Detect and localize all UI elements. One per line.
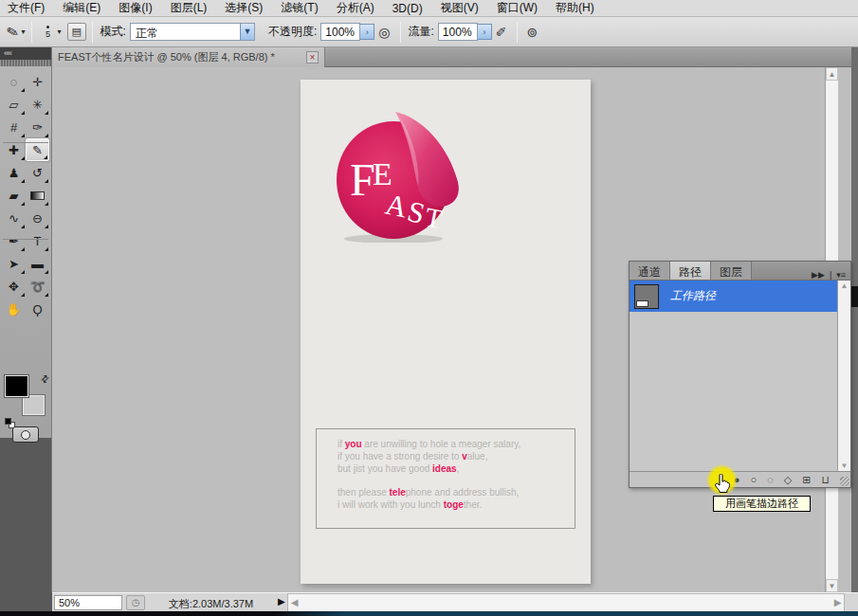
hand-tool[interactable]: ✋ bbox=[2, 298, 26, 320]
scroll-left-icon[interactable]: ◀ bbox=[288, 594, 301, 611]
dock-edge-strip bbox=[851, 47, 858, 611]
history-brush-tool[interactable]: ↺ bbox=[26, 161, 49, 184]
color-swatches: ⇄ bbox=[5, 375, 48, 423]
business-card-document[interactable]: FEAST if you are unwilling to hole a mea… bbox=[301, 80, 591, 584]
move-tool[interactable]: ✛ bbox=[26, 70, 49, 93]
scroll-up-icon[interactable]: ▲ bbox=[826, 67, 838, 81]
work-path-row[interactable]: 工作路径 bbox=[630, 281, 839, 312]
3d-rotate-tool[interactable]: ✥ bbox=[2, 275, 26, 298]
path-thumbnail[interactable] bbox=[634, 284, 659, 309]
smudge-tool[interactable]: ∿ bbox=[2, 207, 26, 229]
tablet-pressure-opacity-icon[interactable]: ◎ bbox=[374, 25, 393, 40]
flow-field[interactable]: 100% bbox=[438, 23, 478, 41]
make-work-path-button[interactable]: ◇ bbox=[784, 475, 792, 485]
pen-tool[interactable]: ✒ bbox=[2, 229, 26, 252]
card-text-line: if you have a strong desire to value, bbox=[338, 450, 575, 462]
opacity-slider-button[interactable]: › bbox=[360, 24, 374, 40]
menu-item-7[interactable]: 3D(D) bbox=[392, 2, 423, 15]
eyedropper-tool[interactable]: ✑ bbox=[26, 116, 49, 138]
toggle-brushes-panel-button[interactable]: ▤ bbox=[67, 23, 86, 41]
status-menu-arrow-icon[interactable]: ▶ bbox=[278, 596, 285, 607]
airbrush-pen-icon[interactable]: ✐ bbox=[492, 25, 511, 40]
brush-size-value: 5 bbox=[46, 30, 50, 39]
menu-item-3[interactable]: 图层(L) bbox=[171, 0, 208, 16]
chevron-down-icon[interactable]: ▼ bbox=[240, 24, 254, 40]
flow-label: 流量: bbox=[409, 24, 434, 40]
opacity-field[interactable]: 100% bbox=[320, 23, 360, 41]
menu-bar: 文件(F)编辑(E)图像(I)图层(L)选择(S)滤镜(T)分析(A)3D(D)… bbox=[0, 0, 858, 17]
paths-list: 工作路径 ▲ ▼ bbox=[630, 280, 850, 472]
path-selection-tool[interactable]: ➤ bbox=[2, 252, 26, 275]
background-color-swatch[interactable] bbox=[22, 394, 46, 416]
zoom-tool[interactable]: Ϙ bbox=[26, 298, 49, 320]
close-icon[interactable]: × bbox=[306, 51, 319, 63]
menu-item-10[interactable]: 帮助(H) bbox=[556, 0, 594, 16]
tool-dock: «« ◌✛▱✳#✑✚✎♟↺▰∿⊖✒T➤▬✥➰✋Ϙ ⇄ bbox=[0, 47, 52, 616]
resize-grip[interactable] bbox=[840, 477, 849, 486]
flow-slider-button[interactable]: › bbox=[478, 24, 492, 40]
clone-stamp-tool[interactable]: ♟ bbox=[2, 161, 26, 184]
dodge-tool[interactable]: ⊖ bbox=[26, 207, 49, 229]
panel-scrollbar[interactable]: ▲ ▼ bbox=[837, 281, 850, 473]
scroll-right-icon[interactable]: ▶ bbox=[831, 594, 844, 611]
menu-item-9[interactable]: 窗口(W) bbox=[497, 0, 538, 16]
document-tab-bar: FEAST个性名片设计 @ 50% (图层 4, RGB/8) * × bbox=[52, 47, 851, 67]
paths-panel: 通道路径图层▶▶|▾≡ 工作路径 ▲ ▼ ●○◌◇⊞⊔ bbox=[629, 261, 851, 488]
blend-mode-select[interactable]: 正常 ▼ bbox=[130, 23, 255, 41]
rectangle-tool[interactable]: ▬ bbox=[26, 252, 49, 275]
type-tool[interactable]: T bbox=[26, 229, 49, 252]
panel-tab-图层[interactable]: 图层 bbox=[711, 262, 752, 280]
divider bbox=[3, 239, 48, 240]
menu-item-0[interactable]: 文件(F) bbox=[8, 0, 45, 16]
gradient-tool[interactable] bbox=[26, 184, 49, 207]
menu-item-8[interactable]: 视图(V) bbox=[441, 0, 479, 16]
scroll-up-icon[interactable]: ▲ bbox=[838, 281, 850, 293]
load-path-as-selection-button[interactable]: ◌ bbox=[767, 475, 774, 485]
panel-menu-icon[interactable]: ▾≡ bbox=[836, 270, 846, 280]
elliptical-marquee-tool[interactable]: ◌ bbox=[2, 70, 26, 93]
menu-item-1[interactable]: 编辑(E) bbox=[63, 0, 100, 16]
dock-fill bbox=[0, 592, 52, 611]
3d-orbit-tool[interactable]: ➰ bbox=[26, 275, 49, 298]
opacity-value: 100% bbox=[321, 24, 359, 40]
collapse-panel-icon[interactable]: «« bbox=[0, 47, 51, 60]
panel-tab-通道[interactable]: 通道 bbox=[630, 262, 670, 280]
quick-selection-tool[interactable]: ✳ bbox=[26, 93, 49, 116]
eraser-tool[interactable]: ▰ bbox=[2, 184, 26, 207]
panel-tab-bar: 通道路径图层▶▶|▾≡ bbox=[630, 262, 850, 280]
airbrush-toggle-icon[interactable]: ⊚ bbox=[523, 25, 542, 40]
card-text-line: then please telephone and address bullis… bbox=[338, 486, 575, 498]
chevron-down-icon[interactable]: ▾ bbox=[58, 27, 62, 36]
chevron-down-icon: ▾ bbox=[22, 27, 26, 36]
quick-mask-icon bbox=[21, 430, 30, 440]
menu-item-5[interactable]: 滤镜(T) bbox=[281, 0, 318, 16]
panel-tab-路径[interactable]: 路径 bbox=[670, 262, 711, 280]
divider bbox=[517, 22, 518, 43]
brush-preset-picker[interactable]: 5 bbox=[42, 26, 55, 39]
crop-tool[interactable]: # bbox=[2, 116, 26, 138]
toolbar-grip[interactable] bbox=[0, 60, 51, 66]
delete-path-button[interactable]: ⊔ bbox=[821, 475, 830, 485]
collapse-panel-icon[interactable]: ▶▶ bbox=[812, 270, 825, 280]
new-path-button[interactable]: ⊞ bbox=[802, 475, 811, 485]
taskbar-edge bbox=[0, 611, 858, 616]
status-bar: 50% ◷ 文档:2.03M/3.37M ▶ ◀ ▶ bbox=[52, 592, 858, 611]
stroke-path-with-brush-button[interactable]: ○ bbox=[751, 475, 758, 485]
divider bbox=[3, 142, 48, 143]
polygonal-lasso-tool[interactable]: ▱ bbox=[2, 93, 26, 116]
document-size-info: 文档:2.03M/3.37M bbox=[147, 597, 275, 611]
menu-item-6[interactable]: 分析(A) bbox=[337, 0, 374, 16]
document-tab[interactable]: FEAST个性名片设计 @ 50% (图层 4, RGB/8) * × bbox=[52, 47, 325, 67]
scroll-down-icon[interactable]: ▼ bbox=[826, 579, 838, 592]
menu-item-2[interactable]: 图像(I) bbox=[119, 0, 152, 16]
card-text-line: if you are unwilling to hole a meager sa… bbox=[338, 438, 575, 450]
tool-preset-picker[interactable]: ✎ ▾ bbox=[7, 24, 26, 41]
brush-tool-icon: ✎ bbox=[5, 22, 21, 42]
blend-mode-value: 正常 bbox=[131, 24, 240, 40]
foreground-color-swatch[interactable] bbox=[5, 375, 28, 397]
quick-mask-button[interactable] bbox=[12, 426, 39, 443]
document-title: FEAST个性名片设计 @ 50% (图层 4, RGB/8) * bbox=[58, 50, 302, 64]
menu-item-4[interactable]: 选择(S) bbox=[225, 0, 263, 16]
horizontal-scrollbar[interactable]: ◀ ▶ bbox=[287, 593, 845, 612]
zoom-level-field[interactable]: 50% bbox=[54, 595, 122, 610]
